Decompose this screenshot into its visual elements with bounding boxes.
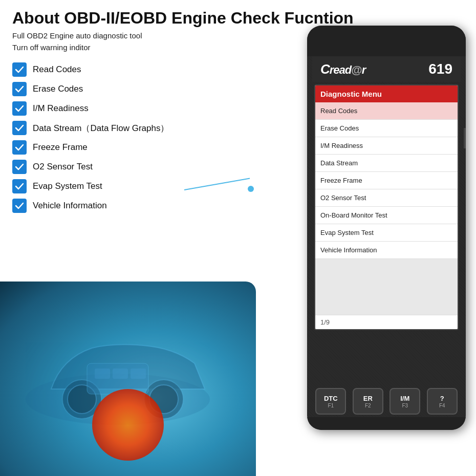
device-container: Cread@r 619 Diagnostic Menu Read CodesEr…: [266, 26, 466, 435]
device-button-help[interactable]: ? F4: [427, 388, 458, 415]
screen-menu-item[interactable]: Vehicle Information: [315, 242, 458, 259]
device-body: Cread@r 619 Diagnostic Menu Read CodesEr…: [307, 26, 466, 430]
device-button-i/m[interactable]: I/M F3: [390, 388, 420, 415]
checkmark-icon: [12, 101, 27, 116]
bottom-grip: [307, 417, 466, 430]
svg-rect-6: [95, 369, 110, 379]
feature-item-read-codes: Read Codes: [12, 62, 223, 77]
feature-item-erase-codes: Erase Codes: [12, 82, 223, 96]
screen-menu-title: Diagnostic Menu: [315, 85, 458, 102]
feature-item-data-stream: Data Stream（Data Flow Graphs）: [12, 121, 223, 135]
svg-rect-7: [113, 369, 128, 379]
device-screen: Diagnostic Menu Read CodesErase CodesI/M…: [314, 84, 459, 330]
page-container: About OBD-II/EOBD Engine Check Fucntion …: [0, 0, 476, 476]
feature-label: O2 Sensor Test: [33, 162, 93, 172]
button-label: ER: [363, 395, 373, 402]
checkmark-icon: [12, 179, 27, 193]
screen-menu-item[interactable]: Freeze Frame: [315, 172, 458, 189]
button-label: ?: [440, 395, 444, 402]
screen-menu-item[interactable]: Read Codes: [315, 102, 458, 120]
screen-menu-item[interactable]: Data Stream: [315, 155, 458, 172]
screen-menu-item[interactable]: Erase Codes: [315, 120, 458, 137]
feature-item-freeze-frame: Freeze Frame: [12, 140, 223, 155]
device-button-er[interactable]: ER F2: [353, 388, 383, 415]
device-buttons: DTC F1 ER F2 I/M F3 ? F4: [314, 388, 459, 415]
feature-label: Freeze Frame: [33, 142, 88, 153]
screen-page-indicator: 1/9: [315, 315, 458, 329]
checkmark-icon: [12, 62, 27, 77]
engine-glow: [92, 389, 164, 461]
feature-label: Data Stream（Data Flow Graphs）: [33, 122, 169, 134]
button-sublabel: F1: [328, 403, 334, 408]
checkmark-icon: [12, 121, 27, 135]
button-sublabel: F2: [365, 403, 371, 408]
feature-item-evap-system: Evap System Test: [12, 179, 223, 193]
page-title: About OBD-II/EOBD Engine Check Fucntion: [12, 9, 464, 27]
checkmark-icon: [12, 140, 27, 155]
feature-item-im-readiness: I/M Readiness: [12, 101, 223, 116]
brand-logo: Cread@r: [320, 61, 365, 77]
model-number: 619: [428, 61, 452, 77]
checkmark-icon: [12, 82, 27, 96]
brand-area: Cread@r 619: [312, 56, 461, 82]
button-sublabel: F4: [439, 403, 445, 408]
connector-dot: [248, 186, 254, 192]
feature-label: I/M Readiness: [33, 103, 89, 114]
screen-menu-item[interactable]: I/M Readiness: [315, 137, 458, 155]
device-button-dtc[interactable]: DTC F1: [315, 388, 346, 415]
feature-label: Evap System Test: [33, 181, 102, 191]
feature-item-o2-sensor: O2 Sensor Test: [12, 160, 223, 174]
feature-label: Erase Codes: [33, 84, 83, 94]
checkmark-icon: [12, 160, 27, 174]
svg-rect-8: [131, 369, 146, 379]
feature-label: Vehicle Information: [33, 201, 107, 211]
screen-menu-item[interactable]: O2 Sensor Test: [315, 189, 458, 207]
top-grip: [307, 26, 466, 56]
car-background: [0, 282, 256, 476]
screen-menu-item[interactable]: On-Board Monitor Test: [315, 207, 458, 224]
button-label: I/M: [400, 395, 409, 402]
car-image-area: [0, 282, 256, 476]
feature-item-vehicle-info: Vehicle Information: [12, 199, 223, 213]
button-label: DTC: [324, 395, 338, 402]
checkmark-icon: [12, 199, 27, 213]
button-sublabel: F3: [402, 403, 408, 408]
side-button[interactable]: [464, 128, 466, 148]
features-list: Read Codes Erase Codes I/M Readiness D: [0, 57, 235, 223]
feature-label: Read Codes: [33, 64, 81, 75]
screen-menu-item[interactable]: Evap System Test: [315, 224, 458, 242]
